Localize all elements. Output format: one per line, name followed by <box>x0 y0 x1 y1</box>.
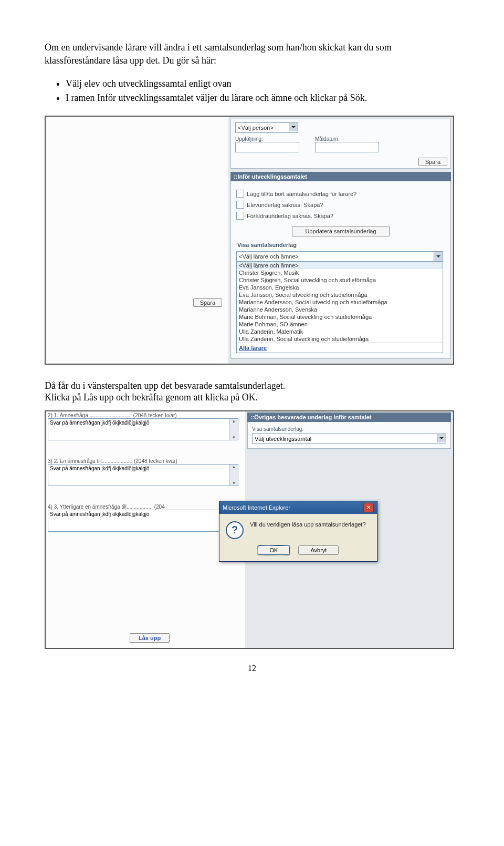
bullet-1: Välj elev och utvecklingssamtal enligt o… <box>66 77 459 91</box>
mid-text-2: Klicka på Lås upp och bekräfta genom att… <box>45 391 459 404</box>
spara-right-button[interactable]: Spara <box>418 158 447 166</box>
dropdown-option[interactable]: Marianne Andersson, Social utveckling oc… <box>237 298 443 306</box>
page-number: 12 <box>45 664 459 673</box>
dropdown-option[interactable]: <Välj lärare och ämne> <box>237 262 443 269</box>
las-upp-button[interactable]: Lås upp <box>130 633 170 643</box>
confirm-dialog: Microsoft Internet Explorer ✕ ? Vill du … <box>219 501 377 562</box>
ovriga-select[interactable]: Välj utvecklingssamtal <box>252 434 446 444</box>
check-row-2[interactable]: Elevunderlag saknas. Skapa? <box>236 201 445 209</box>
qa-label-2: 3) 2. En ämnesfråga till................… <box>48 458 243 464</box>
spara-left-button[interactable]: Spara <box>193 298 222 307</box>
qa-block-1: 2) 1. Ämnesfråga .......................… <box>48 412 243 440</box>
checkbox-icon[interactable] <box>236 201 244 209</box>
screenshot-1: Spara <Välj person> Uppföljning: Mål <box>45 116 454 365</box>
dialog-message: Vill du verkligen låsa upp samtalsunderl… <box>250 521 366 528</box>
scrollbar[interactable]: ▲▼ <box>229 465 238 486</box>
dialog-titlebar: Microsoft Internet Explorer ✕ <box>219 501 377 514</box>
intro-text: Om en undervisande lärare vill ändra i e… <box>45 41 459 67</box>
bullet-2: I ramen Inför utvecklingssamtalet väljer… <box>66 91 459 105</box>
uppdatera-button[interactable]: Uppdatera samtalsunderlag <box>292 226 389 236</box>
qa-textarea-2[interactable]: Svar på ämnesfrågan jkdfj ökjkadlöjgkalg… <box>48 464 238 486</box>
visa-samtalsunderlag-label: Visa samtalsunderlag <box>237 242 445 248</box>
dropdown-option[interactable]: Marie Bohman, SO-ämnen <box>237 321 443 328</box>
dropdown-selected-text: <Välj lärare och ämne> <box>239 253 299 260</box>
qa-answer-1: Svar på ämnesfrågan jkdfj ökjkadlöjgkalg… <box>50 420 150 426</box>
valj-person-value: <Välj person> <box>238 125 274 131</box>
qa-answer-2: Svar på ämnesfrågan jkdfj ökjkadlöjgkalg… <box>50 466 150 471</box>
ovriga-panel-header: ::Övrigas besvarade underlag inför samta… <box>247 412 451 422</box>
ok-button[interactable]: OK <box>258 545 290 555</box>
check-label-1: Lägg till/ta bort samtalsunderlag för lä… <box>247 191 356 197</box>
ovriga-select-value: Välj utvecklingssamtal <box>255 436 311 442</box>
shot1-left-column: Spara <box>46 117 228 364</box>
shot2-left-column: 2) 1. Ämnesfråga .......................… <box>46 411 245 648</box>
infor-panel-body: Lägg till/ta bort samtalsunderlag för lä… <box>230 181 451 359</box>
qa-label-1: 2) 1. Ämnesfråga .......................… <box>48 412 243 418</box>
screenshot-2-wrap: 2) 1. Ämnesfråga .......................… <box>45 410 459 649</box>
uppfoljning-label: Uppföljning: <box>235 136 299 142</box>
bullet-list: Välj elev och utvecklingssamtal enligt o… <box>66 77 459 105</box>
check-row-1[interactable]: Lägg till/ta bort samtalsunderlag för lä… <box>236 190 445 198</box>
close-icon[interactable]: ✕ <box>363 503 374 512</box>
dropdown-option[interactable]: Eva Jansson, Social utveckling och studi… <box>237 291 443 298</box>
check-label-3: Föräldraunderlag saknas. Skapa? <box>247 213 333 219</box>
qa-block-2: 3) 2. En ämnesfråga till................… <box>48 458 243 486</box>
dropdown-option[interactable]: Ulla Zanderin, Social utveckling och stu… <box>237 335 443 343</box>
dialog-title: Microsoft Internet Explorer <box>223 504 290 511</box>
qa-block-3: 4) 3. Ytterligare en ämnesfråga till....… <box>48 504 243 532</box>
qa-textarea-3[interactable]: Svar på ämnesfrågan jkdfj ökjkadlöjgkalg… <box>48 510 238 532</box>
alla-larare-link[interactable]: Alla lärare <box>237 343 443 353</box>
qa-textarea-1[interactable]: Svar på ämnesfrågan jkdfj ökjkadlöjgkalg… <box>48 418 238 440</box>
top-panel: <Välj person> Uppföljning: Måldatum: <box>230 119 451 169</box>
dropdown-option[interactable]: Christer Sjögren, Social utveckling och … <box>237 276 443 284</box>
screenshot-1-wrap: Spara <Välj person> Uppföljning: Mål <box>45 116 459 365</box>
checkbox-icon[interactable] <box>236 212 244 220</box>
checkbox-icon[interactable] <box>236 190 244 198</box>
dropdown-selected[interactable]: <Välj lärare och ämne> <box>237 252 443 262</box>
chevron-down-icon <box>437 434 446 442</box>
chevron-down-icon <box>289 123 298 131</box>
uppfoljning-input[interactable] <box>235 142 299 152</box>
dropdown-option[interactable]: Christer Sjögren, Musik <box>237 269 443 276</box>
question-icon: ? <box>226 521 244 539</box>
check-label-2: Elevunderlag saknas. Skapa? <box>247 202 323 208</box>
qa-answer-3: Svar på ämnesfrågan jkdfj ökjkadlöjgkalg… <box>50 511 150 517</box>
larare-amne-dropdown[interactable]: <Välj lärare och ämne> <Välj lärare och … <box>236 251 443 353</box>
ovriga-label: Visa samtalsunderlag: <box>252 426 446 432</box>
dropdown-option[interactable]: Marie Bohman, Social utveckling och stud… <box>237 313 443 321</box>
avbryt-button[interactable]: Avbryt <box>298 545 339 555</box>
maldatum-label: Måldatum: <box>315 136 379 142</box>
ovriga-panel-body: Visa samtalsunderlag: Välj utvecklingssa… <box>247 422 451 449</box>
check-row-3[interactable]: Föräldraunderlag saknas. Skapa? <box>236 212 445 220</box>
valj-person-select[interactable]: <Välj person> <box>235 122 298 133</box>
screenshot-2: 2) 1. Ämnesfråga .......................… <box>45 410 454 649</box>
chevron-down-icon <box>434 252 443 261</box>
qa-label-3: 4) 3. Ytterligare en ämnesfråga till....… <box>48 504 243 510</box>
infor-panel-header: ::Inför utvecklingssamtalet <box>230 172 451 181</box>
dropdown-option[interactable]: Ulla Zanderin, Matematik <box>237 328 443 335</box>
scrollbar[interactable]: ▲▼ <box>229 419 238 440</box>
shot1-right-column: <Välj person> Uppföljning: Måldatum: <box>228 117 453 364</box>
dropdown-option[interactable]: Marianne Andersson, Svenska <box>237 306 443 313</box>
maldatum-input[interactable] <box>315 142 379 152</box>
dropdown-option[interactable]: Eva Jansson, Engelska <box>237 284 443 291</box>
